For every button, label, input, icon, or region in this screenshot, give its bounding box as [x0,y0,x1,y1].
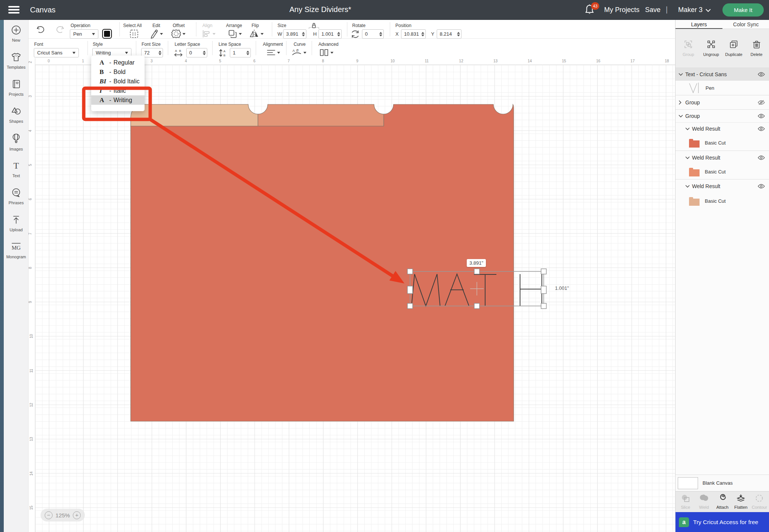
position-x-stepper[interactable] [421,32,424,36]
advanced-button[interactable] [319,48,333,57]
font-size-input[interactable]: 72 [141,48,163,57]
offset-button[interactable] [171,29,185,39]
layer-row-weld-result-3[interactable]: Weld Result [676,179,769,193]
style-option-bold-italic[interactable]: BI-Bold Italic [91,77,145,86]
zoom-in-button[interactable]: + [73,511,81,519]
select-all-button[interactable] [129,29,139,39]
layer-row-weld-result-1[interactable]: Weld Result [676,122,769,135]
layer-subrow-basic-cut-2[interactable]: Basic Cut [676,164,769,179]
arrange-button[interactable] [228,29,242,39]
chevron-down-icon[interactable] [685,127,690,130]
undo-button[interactable] [36,25,46,34]
layer-row-group[interactable]: Group [676,110,769,122]
canvas-page-label[interactable]: Canvas [30,6,56,14]
style-option-regular[interactable]: A-Regular [91,58,145,67]
menu-icon[interactable] [8,6,20,14]
align-button[interactable] [202,30,216,38]
ruler-number: 6 [253,59,256,63]
notifications-button[interactable]: 43 [584,4,598,17]
style-option-bold[interactable]: B-Bold [91,67,145,77]
rotate-button[interactable] [351,30,360,39]
curve-button[interactable]: AB [291,48,306,57]
flatten-button[interactable]: Flatten [732,494,749,509]
chevron-down-icon[interactable] [679,115,683,118]
lock-icon[interactable] [308,22,320,30]
height-stepper[interactable] [337,32,340,36]
style-option-italic[interactable]: I-Italic [91,86,145,95]
my-projects-link[interactable]: My Projects [604,6,639,14]
sidebar-item-new[interactable]: New [4,25,29,42]
machine-selector[interactable]: Maker 3 [678,6,711,14]
visibility-off-icon[interactable] [758,99,765,105]
edit-button[interactable] [149,29,163,39]
svg-text:B: B [296,48,299,52]
style-option-writing[interactable]: A-Writing [91,95,145,105]
layer-row-text-cricut-sans[interactable]: Text - Cricut Sans [676,68,769,81]
operation-select[interactable]: Pen [70,29,98,39]
sidebar-item-images[interactable]: Images [4,133,29,151]
visibility-icon[interactable] [758,114,765,119]
attach-button[interactable]: Attach [714,494,731,509]
line-space-input[interactable]: 1 [230,48,251,57]
chevron-down-icon[interactable] [685,185,690,188]
layer-row-group-hidden[interactable]: Group [676,95,769,109]
line-space-icon: AB [219,48,228,57]
tab-layers[interactable]: Layers [676,20,722,29]
sidebar-item-shapes[interactable]: Shapes [4,106,29,124]
position-y-stepper[interactable] [457,32,460,36]
position-y-input[interactable]: 8.214 [437,29,461,39]
position-x-input[interactable]: 10.831 [401,29,426,39]
sidebar-item-projects[interactable]: Projects [4,79,29,96]
tab-color-sync[interactable]: Color Sync [722,20,769,29]
make-it-button[interactable]: Make It [722,3,764,17]
design-canvas[interactable]: 0123456789101112131415161718 23456789101… [29,58,675,532]
blank-canvas-swatch[interactable] [678,477,698,489]
font-select[interactable]: Cricut Sans [34,48,79,57]
ungroup-icon [707,40,716,49]
slice-button[interactable]: Slice [677,494,694,509]
chevron-down-icon[interactable] [679,73,683,76]
sidebar-item-monogram[interactable]: MG Monogram [4,242,29,259]
ruler-number: 15 [562,59,566,63]
sidebar-item-upload[interactable]: Upload [4,215,29,232]
contour-button[interactable]: Contour [751,494,768,509]
weld-button[interactable]: Weld [695,494,713,509]
visibility-icon[interactable] [758,155,765,160]
paperclip-icon [718,494,727,502]
visibility-icon[interactable] [758,184,765,189]
layer-row-weld-result-2[interactable]: Weld Result [676,151,769,164]
width-input[interactable]: 3.891 [283,29,306,39]
rotate-input[interactable]: 0 [362,29,384,39]
rotate-icon [351,30,360,39]
chevron-down-icon[interactable] [685,156,690,159]
line-space-stepper[interactable] [246,51,249,55]
layer-subrow-basic-cut-3[interactable]: Basic Cut [676,193,769,209]
save-link[interactable]: Save [645,6,660,14]
letter-space-input[interactable]: 0 [186,48,207,57]
sidebar-item-text[interactable]: T Text [4,161,29,178]
width-stepper[interactable] [302,32,305,36]
zoom-out-button[interactable]: − [45,511,53,519]
font-size-stepper[interactable] [158,51,161,55]
duplicate-button[interactable]: Duplicate [723,40,745,57]
layer-subrow-pen[interactable]: Pen [676,81,769,95]
rotate-stepper[interactable] [379,32,382,36]
visibility-icon[interactable] [758,127,765,131]
redo-button[interactable] [55,25,65,34]
group-button[interactable]: Group [677,40,699,57]
layer-subrow-basic-cut-1[interactable]: Basic Cut [676,135,769,151]
alignment-button[interactable] [267,49,280,56]
ungroup-button[interactable]: Ungroup [700,40,722,57]
selection-height-label: 1.001" [555,285,569,291]
blank-canvas-row[interactable]: Blank Canvas [676,475,769,491]
delete-button[interactable]: Delete [746,40,767,57]
sidebar-item-templates[interactable]: Templates [4,52,29,69]
cricut-access-banner[interactable]: a Try Cricut Access for free [676,512,769,532]
letter-space-stepper[interactable] [203,51,206,55]
height-input[interactable]: 1.001 [318,29,342,39]
visibility-icon[interactable] [758,72,765,77]
chevron-right-icon[interactable] [679,100,683,105]
sidebar-item-phrases[interactable]: Phrases [4,188,29,205]
operation-color-swatch[interactable] [102,29,112,39]
flip-button[interactable] [249,29,264,39]
